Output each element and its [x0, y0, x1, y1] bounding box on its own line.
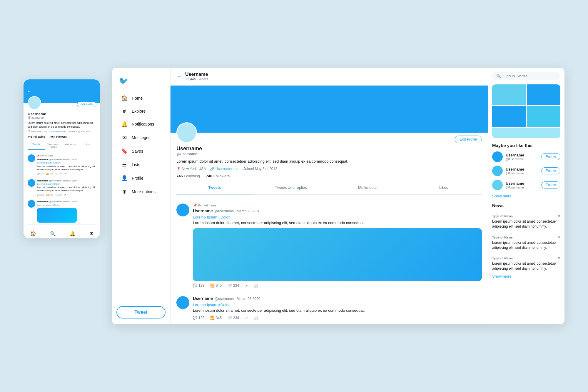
mobile-tweet-body-2: Lorem ipsum dolor sit amet, consectetuer…	[37, 186, 96, 192]
show-more-suggestions[interactable]: Show more	[492, 194, 560, 198]
desktop-share-1[interactable]: ↗	[245, 283, 248, 288]
news-title: News	[492, 203, 560, 208]
desktop-tweet-text-1: Loremp Ipsum #Dolor Lorem ipsum dolor si…	[193, 214, 482, 226]
suggest-item-3: Username @Username Follow	[492, 180, 560, 190]
search-icon: 🔍	[496, 74, 501, 78]
desktop-reply-2[interactable]: 💬 123	[193, 316, 204, 320]
suggest-name-1: Username	[506, 153, 538, 157]
desktop-retweet-1[interactable]: 🔁 345	[210, 283, 222, 288]
tweet-button[interactable]: Tweet	[116, 306, 166, 318]
desktop-like-1[interactable]: 🤍 234	[228, 283, 239, 288]
mobile-reply-2[interactable]: 💬 123	[37, 194, 44, 196]
news-chevron-2[interactable]: ∨	[558, 235, 560, 239]
profile-tabs: Tweets Tweets and replies Multimedia Lik…	[176, 181, 482, 195]
mobile-like-2[interactable]: 🤍 234	[55, 194, 62, 196]
sidebar-item-explore[interactable]: # Explore	[114, 105, 168, 117]
mobile-back-icon[interactable]: ←	[27, 89, 32, 94]
back-button[interactable]: ←	[176, 74, 182, 80]
news-type-1: Type of News	[492, 214, 513, 218]
mobile-retweet-2[interactable]: 🔁 345	[46, 194, 53, 196]
desktop-like-2[interactable]: 🤍 234	[228, 316, 239, 320]
mobile-nav-home[interactable]: 🏠	[30, 231, 36, 236]
news-chevron-1[interactable]: ∨	[558, 214, 560, 218]
news-text-2: Lorem ipsum dolor sit amet, consectetuer…	[492, 240, 560, 250]
desktop-reply-1[interactable]: 💬 123	[193, 283, 204, 288]
mobile-handle: @username	[28, 116, 96, 119]
suggest-info-2: Username @Username	[506, 167, 538, 175]
sidebar-label-messages: Messeges	[132, 135, 151, 140]
page-wrapper: ← ⋮ Edit Profile Username @username Lore…	[0, 50, 588, 342]
right-image-grid	[492, 84, 560, 138]
search-input[interactable]	[503, 74, 556, 78]
follow-button-2[interactable]: Follow	[541, 167, 560, 174]
mobile-nav-notifications[interactable]: 🔔	[70, 231, 76, 236]
mobile-like-1[interactable]: 🤍 234	[55, 172, 62, 175]
desktop-share-2[interactable]: ↗	[245, 316, 248, 320]
mobile-tweet-user-1: Username @username · March 23 2020	[37, 158, 96, 161]
desktop-retweet-2[interactable]: 🔁 345	[210, 316, 222, 320]
sidebar-label-home: Home	[132, 96, 143, 101]
tab-likes[interactable]: Likes	[405, 181, 482, 194]
explore-icon: #	[121, 109, 128, 114]
desktop-tweet-body-2: Username @username · March 23 2020 Lorem…	[193, 296, 482, 320]
desktop-tweet-header-1: Username @username · March 23 2020	[193, 208, 482, 213]
sidebar-item-lists[interactable]: ☰ Lists	[114, 158, 168, 171]
mobile-username: Username	[28, 112, 96, 116]
mobile-tab-tweets[interactable]: Tweets	[28, 141, 45, 150]
sidebar-label-profile: Profile	[132, 176, 143, 181]
sidebar-item-home[interactable]: 🏠 Home	[114, 91, 168, 105]
desktop-tweet-2: Username @username · March 23 2020 Lorem…	[171, 292, 488, 324]
follow-button-3[interactable]: Follow	[541, 181, 560, 189]
desktop-stats-1[interactable]: 📊	[254, 283, 258, 288]
mobile-more-icon[interactable]: ⋮	[92, 89, 96, 94]
profile-location: 📍 New York, USA	[176, 167, 206, 171]
messages-icon: ✉	[121, 134, 128, 141]
news-item-3: Type of News ∨ Lorem ipsum dolor sit ame…	[492, 253, 560, 274]
mobile-retweet-1[interactable]: 🔁 345	[46, 172, 53, 175]
profile-link: 🔗 Username.com	[210, 167, 239, 171]
desktop-tweet-actions-1: 💬 123 🔁 345 🤍 234 ↗ 📊	[193, 283, 482, 288]
mobile-pinned-label: 📌 Pinned Tweet	[37, 154, 96, 157]
sidebar-item-profile[interactable]: 👤 Profile	[114, 171, 168, 185]
mobile-share-2[interactable]: ↗	[64, 194, 66, 196]
mobile-nav-messages[interactable]: ✉	[89, 231, 93, 236]
mobile-edit-profile-button[interactable]: Edit Profile	[77, 102, 96, 107]
news-item-header-3: Type of News ∨	[492, 256, 560, 260]
tab-tweets-replies[interactable]: Tweets and replies	[253, 181, 329, 194]
news-chevron-3[interactable]: ∨	[558, 256, 560, 260]
sidebar-label-saves: Saves	[132, 149, 143, 154]
desktop-tweet-meta-1: @username · March 23 2020	[215, 209, 260, 213]
mobile-tweet-avatar-1	[28, 154, 35, 162]
mobile-link[interactable]: Username.com	[50, 130, 66, 133]
profile-name: Username	[176, 146, 482, 152]
grid-cell-3	[492, 106, 526, 127]
news-item-1: Type of News ∨ Lorem ipsum dolor sit ame…	[492, 211, 560, 232]
mobile-tab-likes[interactable]: Likes	[79, 141, 96, 150]
tweet-button-container: Tweet	[112, 301, 170, 318]
lists-icon: ☰	[121, 161, 128, 168]
tab-tweets[interactable]: Tweets	[176, 181, 253, 194]
mobile-tab-replies[interactable]: Tweets and replies	[45, 141, 62, 150]
tab-multimedia[interactable]: Multimedia	[329, 181, 406, 194]
news-section: News Type of News ∨ Lorem ipsum dolor si…	[492, 203, 560, 278]
desktop-stats-2[interactable]: 📊	[254, 316, 258, 320]
follow-button-1[interactable]: Follow	[541, 153, 560, 160]
profile-banner	[171, 86, 488, 133]
desktop-tweet-avatar-1	[176, 203, 189, 216]
mobile-share-1[interactable]: ↗	[64, 172, 66, 175]
mobile-tweet-actions-1: 💬 123 🔁 345 🤍 234 ↗	[37, 172, 96, 175]
mobile-nav-search[interactable]: 🔍	[50, 231, 56, 236]
desktop-right-panel: 🔍 Maybe you like this Username @Username…	[488, 68, 564, 324]
mobile-tab-multimedia[interactable]: Multimedia	[62, 141, 79, 150]
sidebar-item-saves[interactable]: 🔖 Saves	[114, 144, 168, 158]
mobile-stats: 746 Following 746 Followers	[28, 135, 96, 138]
desktop-tweet-user-2: Username	[193, 296, 213, 301]
sidebar-item-notifications[interactable]: 🔔 Notifications	[114, 117, 168, 131]
mobile-reply-1[interactable]: 💬 123	[37, 172, 44, 175]
show-more-news[interactable]: Show more	[492, 274, 560, 278]
mobile-body: Username @username Lorem ipsum dolor sit…	[24, 103, 100, 227]
edit-profile-button[interactable]: Edit Profile	[455, 136, 482, 143]
sidebar-item-more[interactable]: ⊕ More options	[114, 185, 168, 198]
mobile-tweet-user-2: Username @username · March 23 2020	[37, 179, 96, 182]
sidebar-item-messages[interactable]: ✉ Messeges	[114, 131, 168, 144]
